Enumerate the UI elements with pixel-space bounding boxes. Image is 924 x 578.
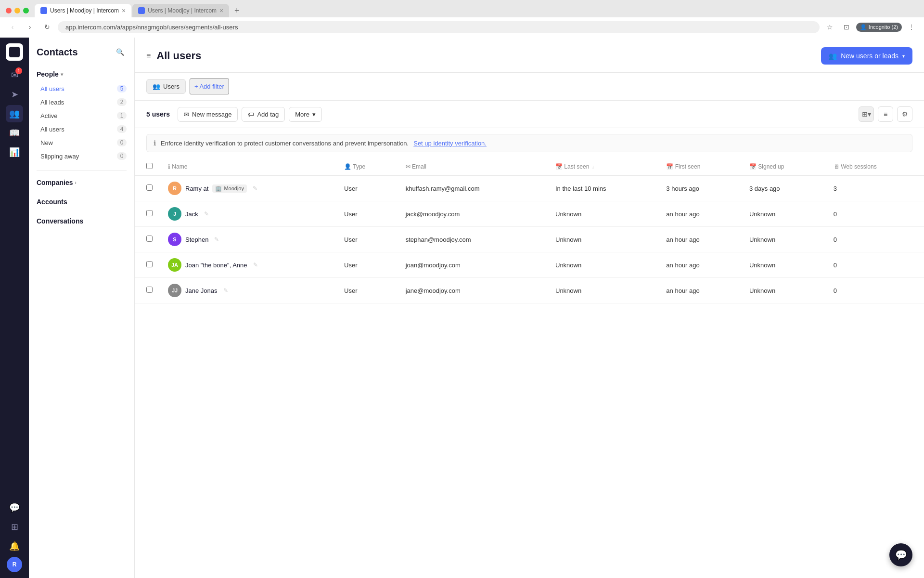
nav-learn[interactable]: 📖 [6,124,23,142]
table-row[interactable]: S Stephen ✎ User stephan@moodjoy.com Unk… [135,227,924,252]
th-name[interactable]: ℹ Name [160,158,336,176]
close-dot[interactable] [6,8,12,13]
th-email[interactable]: ✉ Email [398,158,548,176]
company-name: Moodjoy [224,185,244,191]
nav-inbox[interactable]: ✉ 1 [6,66,23,84]
th-type[interactable]: 👤 Type [336,158,398,176]
cell-checkbox [135,278,160,303]
active-count: 1 [117,112,127,119]
toolbar: 5 users ✉ New message 🏷 Add tag More ▾ ⊞… [135,101,924,128]
edit-icon[interactable]: ✎ [253,185,257,192]
add-tag-btn[interactable]: 🏷 Add tag [242,107,285,122]
cell-type: User [336,227,398,252]
sidebar-item-all-users-2[interactable]: All users 4 [29,122,134,136]
more-btn[interactable]: More ▾ [289,107,322,122]
cell-last-seen: In the last 10 mins [548,176,658,201]
row-checkbox[interactable] [146,287,153,293]
user-name[interactable]: Jane Jonas [185,287,218,294]
th-last-seen[interactable]: 📅 Last seen ↓ [548,158,658,176]
minimize-dot[interactable] [14,8,20,13]
user-name[interactable]: Jack [185,210,198,218]
table-row[interactable]: J Jack ✎ User jack@moodjoy.com Unknown a… [135,201,924,227]
sidebar-section-accounts: Accounts [29,194,134,210]
incognito-icon: 👤 [860,24,867,30]
bookmark-btn[interactable]: ☆ [823,20,837,34]
user-avatar-nav[interactable]: R [7,557,22,572]
address-bar[interactable]: app.intercom.com/a/apps/nnsgmgob/users/s… [58,21,820,33]
chat-button[interactable]: 💬 [889,543,912,566]
first-seen-value: an hour ago [666,287,699,294]
table-wrapper: ℹ Name 👤 Type ✉ Email 📅 [135,158,924,578]
new-users-btn[interactable]: 👥 New users or leads ▾ [821,47,912,65]
first-seen-value: an hour ago [666,210,699,218]
accounts-section-header[interactable]: Accounts [29,194,134,210]
companies-section-header[interactable]: Companies › [29,175,134,190]
nav-chat[interactable]: 💬 [6,499,23,516]
table-row[interactable]: JA Joan "the bone", Anne ✎ User joan@moo… [135,252,924,278]
forward-btn[interactable]: › [23,20,37,34]
th-web-sessions[interactable]: 🖥 Web sessions [826,158,924,176]
tab-close-btn[interactable]: × [122,7,126,14]
th-first-seen[interactable]: 📅 First seen [658,158,742,176]
edit-icon[interactable]: ✎ [253,262,258,268]
sidebar-search-btn[interactable]: 🔍 [113,45,127,59]
cell-web-sessions: 0 [826,227,924,252]
select-all-checkbox[interactable] [146,163,153,169]
table-row[interactable]: JJ Jane Jonas ✎ User jane@moodjoy.com Un… [135,278,924,303]
browser-tab-inactive[interactable]: Users | Moodjoy | Intercom × [132,4,229,17]
browser-menu-btn[interactable]: ⋮ [905,20,918,34]
nav-apps[interactable]: ⊞ [6,518,23,536]
row-checkbox[interactable] [146,210,153,216]
maximize-dot[interactable] [23,8,29,13]
user-name[interactable]: Ramy at [185,185,208,192]
company-badge[interactable]: 🏢Moodjoy [212,184,247,193]
list-view-btn[interactable]: ≡ [878,106,893,122]
filter-users-btn[interactable]: 👥 Users [146,79,186,94]
sidebar-item-all-leads[interactable]: All leads 2 [29,95,134,109]
people-section-header[interactable]: People ▾ [29,66,134,82]
new-message-btn[interactable]: ✉ New message [178,107,238,122]
signed-up-value: Unknown [749,262,775,269]
user-name[interactable]: Stephen [185,236,208,243]
sidebar-item-active[interactable]: Active 1 [29,109,134,122]
row-checkbox[interactable] [146,261,153,267]
new-tab-btn[interactable]: + [230,4,244,17]
sidebar-item-new[interactable]: New 0 [29,136,134,149]
nav-notifications[interactable]: 🔔 [6,538,23,555]
cell-name: JA Joan "the bone", Anne ✎ [160,252,336,278]
edit-icon[interactable]: ✎ [223,287,228,294]
active-label: Active [40,112,117,119]
conversations-section-header[interactable]: Conversations [29,213,134,229]
menu-icon[interactable]: ≡ [146,52,151,60]
th-signed-up[interactable]: 📅 Signed up [742,158,826,176]
sidebar-item-slipping-away[interactable]: Slipping away 0 [29,149,134,163]
app-logo[interactable] [6,43,23,61]
back-btn[interactable]: ‹ [6,20,19,34]
cell-signed-up: Unknown [742,278,826,303]
nav-reports[interactable]: 📊 [6,144,23,161]
cell-checkbox [135,201,160,227]
browser-dots [6,8,29,13]
new-users-icon: 👥 [829,52,837,60]
row-checkbox[interactable] [146,184,153,191]
nav-send[interactable]: ➤ [6,86,23,103]
edit-icon[interactable]: ✎ [204,210,209,217]
add-filter-btn[interactable]: + Add filter [190,79,229,94]
info-banner-link[interactable]: Set up identity verification. [413,140,487,147]
reload-btn[interactable]: ↻ [40,20,54,34]
grid-view-btn[interactable]: ⊞ ▾ [859,106,874,122]
tab-close-btn-2[interactable]: × [219,7,223,14]
edit-icon[interactable]: ✎ [214,236,219,243]
cell-checkbox [135,176,160,201]
browser-tab-active[interactable]: Users | Moodjoy | Intercom × [35,4,131,17]
th-checkbox [135,158,160,176]
nav-contacts[interactable]: 👥 [6,105,23,122]
all-users-2-label: All users [40,126,117,133]
table-row[interactable]: R Ramy at 🏢Moodjoy ✎ User khuffash.ramy@… [135,176,924,201]
user-name[interactable]: Joan "the bone", Anne [185,262,247,269]
sidebar-item-all-users[interactable]: All users 5 [29,82,134,95]
split-btn[interactable]: ⊡ [840,20,853,34]
settings-view-btn[interactable]: ⚙ [897,106,912,122]
all-users-count: 5 [117,85,127,92]
row-checkbox[interactable] [146,236,153,242]
